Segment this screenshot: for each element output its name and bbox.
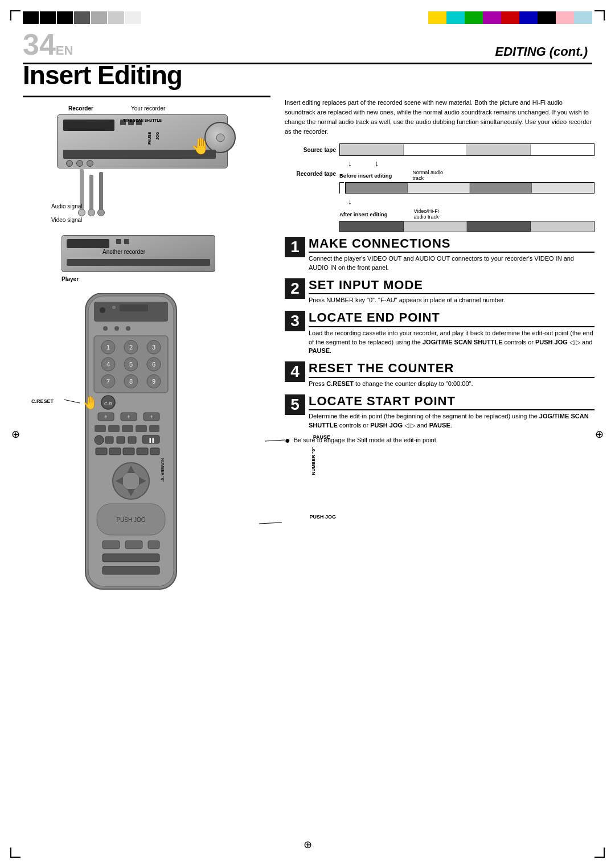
svg-text:7: 7: [106, 378, 110, 385]
step-2-number: 2: [285, 278, 305, 299]
step-3-title: LOCATE END POINT: [309, 311, 594, 327]
vcr-display: [63, 120, 114, 131]
svg-text:9: 9: [152, 378, 155, 385]
after-insert-row: After insert editing Video/Hi-Fiaudio tr…: [285, 208, 594, 232]
svg-line-67: [64, 400, 80, 403]
step-2-text: Press NUMBER key "0". "F-AU" appears in …: [309, 296, 594, 305]
svg-rect-46: [128, 437, 136, 443]
svg-rect-40: [122, 425, 133, 432]
color-red: [501, 11, 519, 24]
section-title: EDITING (cont.): [490, 42, 592, 61]
svg-rect-64: [148, 541, 159, 549]
svg-point-6: [103, 326, 108, 331]
step-3-content: LOCATE END POINT Load the recording cass…: [309, 311, 594, 356]
step-4-number: 4: [285, 361, 305, 382]
color-pink: [556, 11, 574, 24]
svg-rect-52: [137, 448, 148, 455]
step-5-number: 5: [285, 394, 305, 415]
step-3-number: 3: [285, 311, 305, 331]
push-jog-line: [282, 518, 316, 529]
player-label: Player: [62, 276, 79, 282]
video-signal-label: Video signal: [51, 217, 82, 223]
page-number: 34EN: [23, 27, 73, 61]
color-yellow: [428, 11, 446, 24]
pause-label: PAUSE: [147, 132, 151, 145]
color-green: [465, 11, 483, 24]
creset-line: [34, 393, 91, 410]
svg-rect-50: [109, 448, 121, 455]
cables: [80, 169, 103, 212]
svg-text:8: 8: [129, 378, 133, 385]
step-1: 1 MAKE CONNECTIONS Connect the player's …: [285, 237, 594, 273]
audio-signal-label: Audio signal: [51, 203, 82, 209]
bullet-item: ● Be sure to engage the Still mode at th…: [285, 436, 594, 445]
bullet-text: Be sure to engage the Still mode at the …: [294, 436, 438, 445]
svg-rect-5: [120, 305, 148, 311]
corner-mark-tr: [594, 10, 605, 20]
page-header: 34EN EDITING (cont.): [23, 27, 592, 64]
step-1-title: MAKE CONNECTIONS: [309, 237, 594, 253]
svg-point-43: [95, 435, 104, 445]
svg-rect-63: [125, 541, 142, 549]
svg-rect-53: [150, 448, 159, 455]
center-mark-bottom: ⊕: [304, 838, 312, 851]
left-column: Recorder Your recorder TIME SCAN SHUTTLE: [23, 105, 273, 597]
front-connectors: [66, 160, 93, 167]
time-scan-label: TIME SCAN SHUTTLE: [123, 118, 162, 122]
hand-icon: 🤚: [191, 137, 211, 155]
bullet-dot: ●: [285, 436, 290, 445]
step-4-content: RESET THE COUNTER Press C.RESET to chang…: [309, 361, 594, 388]
svg-point-3: [100, 307, 105, 313]
svg-text:+: +: [150, 414, 153, 420]
step-1-content: MAKE CONNECTIONS Connect the player's VI…: [309, 237, 594, 273]
svg-rect-45: [117, 437, 125, 443]
recorded-tape-row: Recorded tape Before insert editing Norm…: [285, 170, 594, 195]
svg-point-55: [122, 472, 140, 490]
color-bar: [428, 11, 592, 24]
svg-line-69: [259, 523, 282, 524]
normal-audio-label: Normal audiotrack: [412, 170, 443, 181]
step-4: 4 RESET THE COUNTER Press C.RESET to cha…: [285, 361, 594, 388]
color-black2: [538, 11, 556, 24]
svg-text:C.R: C.R: [104, 401, 112, 406]
svg-text:+: +: [127, 414, 130, 420]
tape-diagram-area: Source tape ↓ ↓ Recorded tape Before ins…: [285, 143, 594, 232]
color-lightblue: [574, 11, 592, 24]
source-tape-box: [339, 143, 594, 156]
right-column: Insert editing replaces part of the reco…: [285, 98, 594, 445]
corner-mark-bl: [10, 848, 20, 858]
corner-mark-br: [594, 848, 605, 858]
svg-text:4: 4: [106, 361, 110, 368]
remote-area: 1 2 3 4 5 6 7 8 9 C.R 🤚 +: [51, 293, 302, 597]
source-tape-label: Source tape: [285, 147, 336, 153]
svg-rect-41: [136, 425, 147, 432]
svg-text:6: 6: [152, 361, 155, 368]
color-cyan: [446, 11, 465, 24]
corner-mark-tl: [10, 10, 20, 20]
svg-rect-51: [123, 448, 134, 455]
jog-label: JOG: [155, 132, 159, 140]
svg-text:NUMBER "0": NUMBER "0": [161, 458, 165, 482]
svg-line-68: [265, 440, 285, 441]
step-5-content: LOCATE START POINT Determine the edit-in…: [309, 394, 594, 430]
step-2-content: SET INPUT MODE Press NUMBER key "0". "F-…: [309, 278, 594, 305]
svg-rect-44: [105, 437, 113, 443]
svg-text:+: +: [104, 414, 108, 420]
svg-point-8: [126, 326, 130, 331]
step-5-title: LOCATE START POINT: [309, 394, 594, 410]
step-5: 5 LOCATE START POINT Determine the edit-…: [285, 394, 594, 430]
center-mark-left: ⊕: [11, 428, 20, 441]
source-tape-row: Source tape: [285, 143, 594, 156]
registration-marks-left: [23, 11, 141, 24]
arrow-row-1: ↓ ↓: [285, 159, 594, 167]
svg-rect-42: [149, 425, 159, 432]
video-hifi-label: Video/Hi-Fiaudio track: [413, 208, 438, 220]
vcr-diagram: Recorder Your recorder TIME SCAN SHUTTLE: [23, 105, 251, 287]
another-recorder-label: Another recorder: [102, 249, 145, 255]
page-title: Insert Editing: [23, 60, 182, 90]
color-magenta: [483, 11, 501, 24]
step-3-text: Load the recording cassette into your re…: [309, 329, 594, 356]
intro-text: Insert editing replaces part of the reco…: [285, 98, 594, 137]
your-recorder-label: Your recorder: [131, 105, 165, 112]
number0-label: NUMBER "0": [311, 447, 316, 475]
